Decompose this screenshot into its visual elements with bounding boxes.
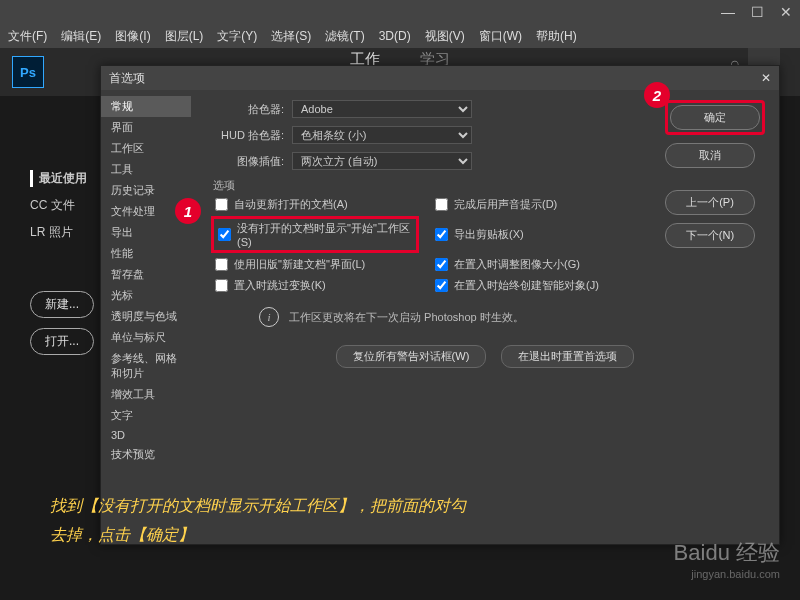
cat-units[interactable]: 单位与标尺: [101, 327, 191, 348]
menubar: 文件(F) 编辑(E) 图像(I) 图层(L) 文字(Y) 选择(S) 滤镜(T…: [0, 24, 800, 48]
cat-general[interactable]: 常规: [101, 96, 191, 117]
picker-label: 拾色器:: [209, 102, 284, 117]
prefs-content: 拾色器: Adobe HUD 拾色器: 色相条纹 (小) 图像插值: 两次立方 …: [191, 90, 779, 544]
ps-logo-icon: Ps: [12, 56, 44, 88]
cb-auto-update-label: 自动更新打开的文档(A): [234, 197, 348, 212]
cb-auto-update[interactable]: [215, 198, 228, 211]
cat-plugins[interactable]: 增效工具: [101, 384, 191, 405]
cat-cursors[interactable]: 光标: [101, 285, 191, 306]
cb-smart-object[interactable]: [435, 279, 448, 292]
reset-warnings-button[interactable]: 复位所有警告对话框(W): [336, 345, 487, 368]
preferences-dialog: 首选项 ✕ 常规 界面 工作区 工具 历史记录 文件处理 导出 性能 暂存盘 光…: [100, 65, 780, 545]
interp-label: 图像插值:: [209, 154, 284, 169]
cb-resize-place-label: 在置入时调整图像大小(G): [454, 257, 580, 272]
sidebar-recent[interactable]: 最近使用: [30, 170, 94, 187]
cat-type[interactable]: 文字: [101, 405, 191, 426]
cat-interface[interactable]: 界面: [101, 117, 191, 138]
menu-filter[interactable]: 滤镜(T): [325, 28, 364, 45]
annotation-marker-1: 1: [175, 198, 201, 224]
annotation-marker-2: 2: [644, 82, 670, 108]
picker-select[interactable]: Adobe: [292, 100, 472, 118]
minimize-button[interactable]: —: [721, 4, 735, 20]
cb-export-clipboard[interactable]: [435, 228, 448, 241]
home-sidebar: 最近使用 CC 文件 LR 照片 新建... 打开...: [30, 170, 94, 365]
menu-view[interactable]: 视图(V): [425, 28, 465, 45]
cat-export[interactable]: 导出: [101, 222, 191, 243]
hud-label: HUD 拾色器:: [209, 128, 284, 143]
sidebar-cc-files[interactable]: CC 文件: [30, 197, 94, 214]
cb-show-start[interactable]: [218, 228, 231, 241]
prev-button[interactable]: 上一个(P): [665, 190, 755, 215]
info-text: 工作区更改将在下一次启动 Photoshop 时生效。: [289, 310, 524, 325]
ok-button[interactable]: 确定: [670, 105, 760, 130]
cb-beep-label: 完成后用声音提示(D): [454, 197, 557, 212]
menu-3d[interactable]: 3D(D): [379, 29, 411, 43]
cat-guides[interactable]: 参考线、网格和切片: [101, 348, 191, 384]
cancel-button[interactable]: 取消: [665, 143, 755, 168]
cat-transparency[interactable]: 透明度与色域: [101, 306, 191, 327]
sidebar-lr-photos[interactable]: LR 照片: [30, 224, 94, 241]
watermark-brand: Baidu 经验: [674, 538, 780, 568]
titlebar: — ☐ ✕: [0, 0, 800, 24]
next-button[interactable]: 下一个(N): [665, 223, 755, 248]
hud-select[interactable]: 色相条纹 (小): [292, 126, 472, 144]
maximize-button[interactable]: ☐: [751, 4, 764, 20]
cb-smart-object-label: 在置入时始终创建智能对象(J): [454, 278, 599, 293]
prefs-category-list: 常规 界面 工作区 工具 历史记录 文件处理 导出 性能 暂存盘 光标 透明度与…: [101, 90, 191, 544]
cb-export-clipboard-label: 导出剪贴板(X): [454, 227, 524, 242]
cat-performance[interactable]: 性能: [101, 243, 191, 264]
new-button[interactable]: 新建...: [30, 291, 94, 318]
tutorial-caption: 找到【没有打开的文档时显示开始工作区】，把前面的对勾 去掉，点击【确定】: [50, 492, 466, 550]
cb-beep[interactable]: [435, 198, 448, 211]
open-button[interactable]: 打开...: [30, 328, 94, 355]
menu-type[interactable]: 文字(Y): [217, 28, 257, 45]
cat-3d[interactable]: 3D: [101, 426, 191, 444]
cb-skip-transform-label: 置入时跳过变换(K): [234, 278, 326, 293]
watermark: Baidu 经验 jingyan.baidu.com: [674, 538, 780, 580]
cat-preview[interactable]: 技术预览: [101, 444, 191, 465]
interp-select[interactable]: 两次立方 (自动): [292, 152, 472, 170]
close-button[interactable]: ✕: [780, 4, 792, 20]
cat-workspace[interactable]: 工作区: [101, 138, 191, 159]
menu-window[interactable]: 窗口(W): [479, 28, 522, 45]
cb-legacy-new[interactable]: [215, 258, 228, 271]
menu-edit[interactable]: 编辑(E): [61, 28, 101, 45]
cb-resize-place[interactable]: [435, 258, 448, 271]
menu-help[interactable]: 帮助(H): [536, 28, 577, 45]
reset-on-quit-button[interactable]: 在退出时重置首选项: [501, 345, 634, 368]
dialog-header: 首选项 ✕: [101, 66, 779, 90]
cat-history[interactable]: 历史记录: [101, 180, 191, 201]
dialog-title: 首选项: [109, 70, 145, 87]
cb-legacy-new-label: 使用旧版"新建文档"界面(L): [234, 257, 365, 272]
menu-select[interactable]: 选择(S): [271, 28, 311, 45]
cb-show-start-label: 没有打开的文档时显示"开始"工作区(S): [237, 221, 412, 248]
menu-layer[interactable]: 图层(L): [165, 28, 204, 45]
cb-skip-transform[interactable]: [215, 279, 228, 292]
cat-scratch[interactable]: 暂存盘: [101, 264, 191, 285]
watermark-url: jingyan.baidu.com: [674, 568, 780, 580]
cat-tools[interactable]: 工具: [101, 159, 191, 180]
info-icon: i: [259, 307, 279, 327]
menu-image[interactable]: 图像(I): [115, 28, 150, 45]
menu-file[interactable]: 文件(F): [8, 28, 47, 45]
dialog-close-icon[interactable]: ✕: [761, 71, 771, 85]
